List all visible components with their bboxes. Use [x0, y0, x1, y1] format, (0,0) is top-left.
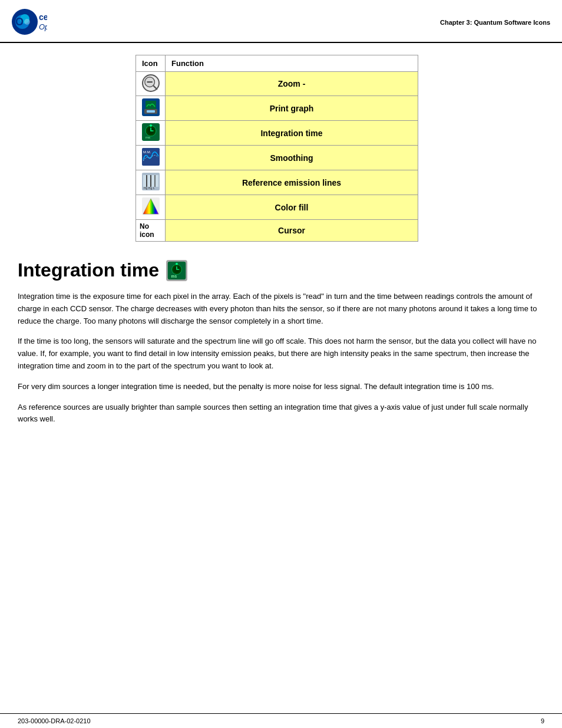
svg-point-3: [24, 19, 30, 25]
svg-text:cean: cean: [39, 12, 47, 22]
cursor-function-label: Cursor: [166, 220, 418, 242]
logo: O cean Optics: [12, 6, 47, 38]
svg-text:Optics: Optics: [39, 22, 47, 31]
ocean-optics-logo: O cean Optics: [12, 6, 47, 38]
section-heading: Integration time ms: [18, 259, 544, 281]
integration-icon-cell: ms: [136, 121, 166, 146]
smoothing-function-label: Smoothing: [166, 146, 418, 170]
svg-text:ms: ms: [146, 136, 150, 139]
icon-function-table: Icon Function Zoom -: [135, 55, 418, 242]
table-row: No icon Cursor: [136, 220, 418, 242]
section-heading-icon: ms: [166, 260, 187, 281]
body-paragraph-2: If the time is too long, the sensors wil…: [18, 335, 544, 372]
table-row: M.M. Smoothing: [136, 146, 418, 170]
page-header: O cean Optics Chapter 3: Quantum Softwar…: [0, 0, 562, 43]
integration-time-icon: ms: [142, 123, 160, 141]
reference-icon-cell: Hg Hg λ: [136, 170, 166, 195]
smoothing-icon-cell: M.M.: [136, 146, 166, 170]
body-paragraph-1: Integration time is the exposure time fo…: [18, 291, 544, 327]
section-title: Integration time: [18, 259, 159, 281]
body-paragraph-3: For very dim sources a longer integratio…: [18, 381, 544, 393]
integration-function-label: Integration time: [166, 121, 418, 146]
svg-point-18: [150, 124, 152, 127]
reference-function-label: Reference emission lines: [166, 170, 418, 195]
zoom-function-label: Zoom -: [166, 72, 418, 96]
table-row: Color fill: [136, 195, 418, 220]
col-header-icon: Icon: [136, 55, 166, 72]
col-header-function: Function: [166, 55, 418, 72]
table-row: Print graph: [136, 96, 418, 121]
color-fill-icon-cell: [136, 195, 166, 220]
chapter-label: Chapter 3: Quantum Software Icons: [440, 19, 550, 26]
color-fill-function-label: Color fill: [166, 195, 418, 220]
no-icon-label: No icon: [140, 222, 154, 239]
footer-left: 203-00000-DRA-02-0210: [18, 717, 91, 724]
svg-rect-13: [147, 110, 155, 113]
print-graph-icon: [142, 98, 160, 116]
smoothing-icon: M.M.: [142, 148, 160, 166]
footer-right: 9: [541, 717, 544, 724]
print-function-label: Print graph: [166, 96, 418, 121]
svg-point-34: [176, 262, 178, 265]
table-row: Hg Hg λ Reference emission lines: [136, 170, 418, 195]
svg-text:O: O: [15, 16, 24, 28]
reference-emission-icon: Hg Hg λ: [142, 173, 160, 190]
page-footer: 203-00000-DRA-02-0210 9: [0, 713, 562, 728]
svg-text:M.M.: M.M.: [143, 150, 151, 154]
body-paragraph-4: As reference sources are usually brighte…: [18, 401, 544, 426]
main-content: Icon Function Zoom -: [0, 43, 562, 457]
svg-line-9: [153, 86, 157, 90]
table-row: Zoom -: [136, 72, 418, 96]
print-icon-cell: [136, 96, 166, 121]
zoom-icon-cell: [136, 72, 166, 96]
color-fill-icon: [142, 197, 160, 215]
no-icon-cell: No icon: [136, 220, 166, 242]
svg-text:ms: ms: [171, 274, 177, 278]
zoom-minus-icon: [142, 74, 160, 92]
svg-text:Hg Hg λ: Hg Hg λ: [144, 186, 155, 190]
table-row: ms Integration time: [136, 121, 418, 146]
